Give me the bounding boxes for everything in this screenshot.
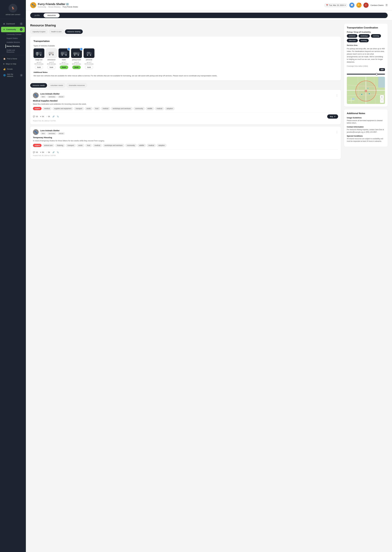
user-avatar[interactable]: C [364,3,369,8]
label-transport-2: transport [66,144,76,147]
breadcrumb: Community › Heroes Directory › Furry Fri… [38,6,78,8]
chip-afternoon[interactable]: afternoon [347,39,358,42]
app-logo: 🦌 animal care connect [0,0,26,19]
nav-item-find-home[interactable]: 🏠 Find a Home [1,56,25,61]
svg-point-36 [365,90,366,91]
post-1-share-count: 5K [48,116,50,117]
nav-item-dashboard[interactable]: ⊞ Dashboard + [1,21,25,27]
post-1-attach[interactable]: 📎 [57,116,59,117]
donate-icon: 💰 [3,68,6,70]
nav-item-ways-to-help[interactable]: ♥ Ways to Help [1,62,25,66]
breadcrumb-community[interactable]: Community [38,6,46,8]
cargo-van-icon[interactable] [34,48,44,58]
usage-text: Please ensure all borrowed equipment is … [347,119,385,124]
date-text: Tue, Mar. 23, 2024 [329,4,344,6]
sub-tab-capacity[interactable]: capacity & types [30,29,48,34]
vehicle-personal: personal up to 2 60 lb animals book [84,48,94,69]
chevron-down-icon: ▾ [345,4,346,6]
book-personal[interactable]: book [85,66,93,69]
tab-shareable-resources[interactable]: shareable resources [66,83,87,88]
post-2-menu[interactable]: ⋮ [336,131,338,134]
sidebar-item-guides-resources[interactable]: Guides and Resources [6,48,25,54]
chat-button[interactable]: 💬 [349,3,354,8]
tab-resource-needs[interactable]: resource needs [30,83,47,88]
svg-point-5 [40,55,41,56]
zoom-out-button[interactable]: − [380,99,384,103]
pickup-truck-icon[interactable]: ↺ [71,48,82,58]
sidebar-item-community-connect[interactable]: Community Connect [6,33,25,36]
post-1-menu[interactable]: ⋮ [336,94,338,97]
chip-weekend[interactable]: weekend [347,34,357,38]
vehicle-trailer: ↺ trailer up to 7 6 [58,48,70,69]
book-trailer[interactable]: book [60,66,68,69]
label-exotic-1: exotic [85,107,92,110]
personal-icon[interactable] [84,48,94,58]
menu-icon[interactable]: ☰ [385,4,388,7]
post-2-likes[interactable]: ♥ 5K [40,151,44,153]
trailer-icon[interactable]: ↺ [58,48,70,58]
post-2-title: Temporary Housing [33,136,338,139]
chip-evening[interactable]: evening [359,39,369,42]
vehicles-row: cargo van up to 5 60 lb animals book [34,48,337,69]
chip-weekdays[interactable]: weekdays [358,34,370,38]
content-main: Resource Sharing capacity & types health… [30,24,341,161]
post-2-comment-count: 30 [36,151,38,153]
user-name[interactable]: Candace Owens [371,4,384,6]
tag-sanctuary-2: sanctuary [47,132,57,135]
tab-volunteer-needs[interactable]: volunteer needs [48,83,65,88]
nav-remove-community[interactable]: − [20,28,23,31]
nav-add-dashboard[interactable]: + [20,22,23,25]
nav-item-donate[interactable]: 💰 Donate [1,67,25,72]
post-2-header: 🐾 Love Animals Shelter farm sanctuary re… [33,129,338,135]
post-1-avatar: 🐾 [33,92,39,98]
book-ambulance[interactable]: book [47,66,56,69]
post-2-shares[interactable]: ↑ 5K [46,151,50,153]
ambulance-icon[interactable]: + [46,48,57,58]
date-badge[interactable]: 📅 Tue, Mar. 23, 2024 ▾ [324,3,347,7]
sidebar-item-heroes-directory[interactable]: Heroes Directory [6,44,25,48]
svg-rect-6 [36,52,38,54]
sub-tab-health-care[interactable]: health & care [49,29,64,34]
post-1-date: Posted: Feb. 06, 2024 at 7:18 P.M. [33,120,338,122]
cargo-van-cap: up to 5 60 lb animals [35,62,43,65]
info-icon[interactable]: ℹ️ [66,3,69,5]
post-2-org-tags: farm sanctuary rescue [40,132,65,135]
post-1-comments[interactable]: 💬 30 [33,116,38,117]
radius-slider[interactable] [347,74,385,75]
post-1-buy-button[interactable]: buy ↗ [327,114,338,119]
svg-point-25 [90,55,91,56]
label-community-1: community [133,107,145,110]
heart-icon-2: ♥ [40,151,41,153]
book-cargo-van[interactable]: book [35,66,43,69]
label-animal-care-2: animal care [42,144,54,147]
sidebar-item-support-station[interactable]: Support Station [6,36,25,40]
post-2-comments[interactable]: 💬 30 [33,151,38,153]
ambulance-name: ambulance [48,59,56,61]
comment-icon-1: 💬 [33,116,35,117]
nav-item-community[interactable]: ✕ Community − [1,27,25,32]
notification-button[interactable]: 🔔 [356,3,362,8]
nav-add-join[interactable]: + [20,74,23,76]
svg-rect-23 [87,52,90,54]
nav-item-join-network[interactable]: 🌐 Join the network + [1,72,25,79]
tab-profile[interactable]: profile [31,13,43,18]
book-pickup-truck[interactable]: book [72,66,81,69]
label-food-2: food [85,144,92,147]
personal-cap: up to 2 60 lb animals [85,62,93,65]
cargo-van-name: cargo van [35,59,42,61]
radius-tooltip: 400 [379,68,385,71]
post-1-likes[interactable]: ♥ 5K [40,116,44,117]
post-2-share-link[interactable]: 🔗 [52,151,55,153]
sub-tab-resource-sharing[interactable]: resource sharing [65,29,83,34]
label-medical-1c: medical [155,107,164,110]
sidebar-item-available-missions[interactable]: Available Missions [6,40,25,44]
chip-morning[interactable]: morning [371,34,381,38]
svg-point-39 [367,88,368,89]
post-1-shares[interactable]: ↑ 5K [46,116,50,117]
tab-resources[interactable]: resources [43,13,59,18]
zoom-in-button[interactable]: + [380,95,384,99]
label-wildlife-2: wildlife [138,144,146,147]
post-2-attach[interactable]: 📎 [57,151,59,153]
post-1-share-link[interactable]: 🔗 [52,116,55,117]
breadcrumb-heroes[interactable]: Heroes Directory [48,6,61,8]
